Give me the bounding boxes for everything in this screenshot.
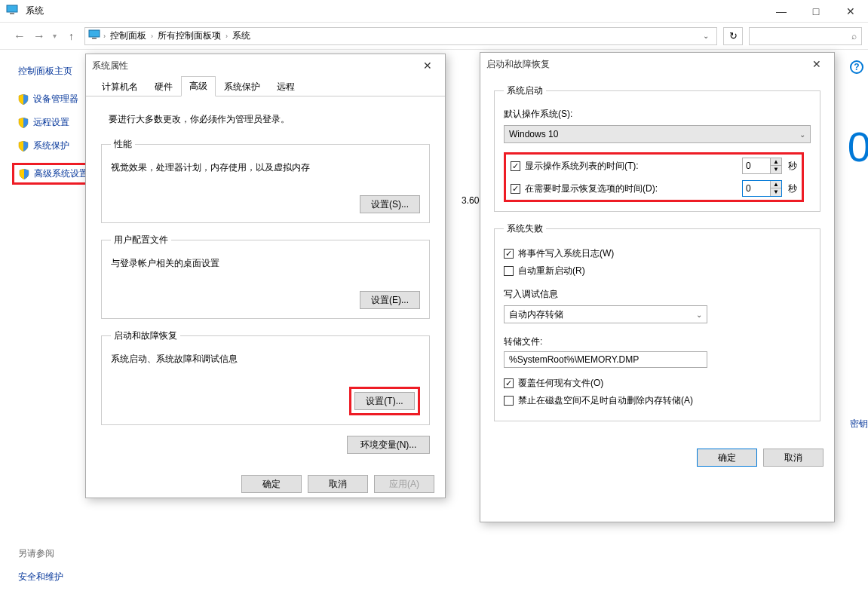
breadcrumb-crumb-2[interactable]: 所有控制面板项 <box>156 29 222 42</box>
dump-file-input[interactable]: %SystemRoot%\MEMORY.DMP <box>504 351 707 368</box>
breadcrumb[interactable]: › 控制面板 › 所有控制面板项 › 系统 ⌄ <box>84 27 717 45</box>
nav-bar: ← → ▾ ↑ › 控制面板 › 所有控制面板项 › 系统 ⌄ ↻ ⌕ <box>0 23 868 50</box>
user-profiles-group-desc: 与登录帐户相关的桌面设置 <box>111 257 420 270</box>
window-title-bar: 系统 — □ ✕ <box>0 0 868 23</box>
default-os-value: Windows 10 <box>509 129 558 139</box>
breadcrumb-crumb-1[interactable]: 控制面板 <box>109 29 148 42</box>
sidebar-item-label: 设备管理器 <box>33 93 78 106</box>
no-delete-low-space-checkbox[interactable] <box>504 396 514 406</box>
nav-forward[interactable]: → <box>33 29 45 43</box>
seconds-label: 秒 <box>788 160 797 173</box>
seconds-label: 秒 <box>788 182 797 195</box>
debug-info-label: 写入调试信息 <box>504 288 811 301</box>
ok-button[interactable]: 确定 <box>697 449 757 467</box>
apply-button[interactable]: 应用(A) <box>374 475 434 493</box>
breadcrumb-crumb-3[interactable]: 系统 <box>231 29 252 42</box>
shield-icon <box>18 118 29 128</box>
product-key-link-fragment[interactable]: 密钥 <box>850 418 868 430</box>
tab-remote[interactable]: 远程 <box>268 77 303 96</box>
app-icon <box>6 5 18 17</box>
breadcrumb-dropdown[interactable]: ⌄ <box>698 32 713 40</box>
tab-advanced[interactable]: 高级 <box>181 76 216 96</box>
startup-recovery-group-title: 启动和故障恢复 <box>111 329 180 342</box>
refresh-button[interactable]: ↻ <box>723 27 743 45</box>
breadcrumb-icon <box>88 29 100 42</box>
see-also-link-security[interactable]: 安全和维护 <box>18 571 63 583</box>
admin-required-text: 要进行大多数更改，你必须作为管理员登录。 <box>109 113 422 126</box>
svg-rect-3 <box>92 38 97 39</box>
spinner-up[interactable]: ▲ <box>771 158 781 166</box>
dialog-title: 系统属性 <box>92 60 128 72</box>
cancel-button[interactable]: 取消 <box>308 475 368 493</box>
sidebar-item-label: 系统保护 <box>33 139 69 152</box>
auto-restart-checkbox[interactable] <box>504 266 514 276</box>
sidebar-item-advanced-highlight: 高级系统设置 <box>12 163 95 185</box>
svg-rect-2 <box>89 30 100 37</box>
nav-up[interactable]: ↑ <box>64 30 78 42</box>
spinner-down[interactable]: ▼ <box>771 166 781 173</box>
windows-10-badge-fragment: 0 <box>848 122 868 171</box>
performance-group: 性能 视觉效果，处理器计划，内存使用，以及虚拟内存 设置(S)... <box>101 138 430 223</box>
close-button[interactable]: ✕ <box>833 0 868 23</box>
performance-settings-button[interactable]: 设置(S)... <box>360 195 420 213</box>
dump-file-label: 转储文件: <box>504 335 811 348</box>
dump-type-select[interactable]: 自动内存转储 ⌄ <box>504 305 707 323</box>
startup-recovery-settings-button[interactable]: 设置(T)... <box>354 392 415 410</box>
dump-type-value: 自动内存转储 <box>509 308 563 321</box>
show-os-list-label: 显示操作系统列表的时间(T): <box>525 160 639 173</box>
spinner-down[interactable]: ▼ <box>771 188 781 196</box>
window-title: 系统 <box>23 5 764 17</box>
ok-button[interactable]: 确定 <box>241 475 302 493</box>
dump-file-value: %SystemRoot%\MEMORY.DMP <box>509 354 639 365</box>
startup-recovery-group: 启动和故障恢复 系统启动、系统故障和调试信息 设置(T)... <box>101 329 430 425</box>
shield-icon <box>18 141 29 152</box>
environment-variables-button[interactable]: 环境变量(N)... <box>347 436 430 454</box>
see-also-section: 另请参阅 安全和维护 <box>18 547 63 583</box>
breadcrumb-sep: › <box>222 32 231 40</box>
show-recovery-time-input[interactable] <box>743 181 770 196</box>
tab-system-protection[interactable]: 系统保护 <box>216 77 268 96</box>
dialog-footer: 确定 取消 应用(A) <box>86 466 445 504</box>
time-options-highlight: 显示操作系统列表的时间(T): ▲ ▼ 秒 <box>504 152 804 202</box>
show-recovery-time-spinner[interactable]: ▲ ▼ <box>742 180 782 197</box>
spinner-up[interactable]: ▲ <box>771 181 781 188</box>
tab-computer-name[interactable]: 计算机名 <box>94 77 146 96</box>
write-event-log-checkbox[interactable] <box>504 249 514 259</box>
dialog-close-button[interactable]: ✕ <box>416 60 439 72</box>
overwrite-label: 覆盖任何现有文件(O) <box>518 377 603 390</box>
show-os-list-checkbox[interactable] <box>511 161 520 171</box>
svg-rect-0 <box>7 5 17 12</box>
system-properties-dialog: 系统属性 ✕ 计算机名 硬件 高级 系统保护 远程 要进行大多数更改，你必须作为… <box>85 54 446 498</box>
auto-restart-label: 自动重新启动(R) <box>518 265 585 277</box>
show-recovery-checkbox[interactable] <box>511 184 520 194</box>
overwrite-checkbox[interactable] <box>504 378 514 388</box>
nav-history-dropdown[interactable]: ▾ <box>53 32 57 40</box>
write-event-log-label: 将事件写入系统日志(W) <box>518 247 614 260</box>
default-os-select[interactable]: Windows 10 ⌄ <box>504 125 811 143</box>
no-delete-low-space-label: 禁止在磁盘空间不足时自动删除内存转储(A) <box>518 394 693 407</box>
dialog-footer: 确定 取消 <box>480 439 834 477</box>
svg-rect-1 <box>10 13 14 14</box>
performance-group-desc: 视觉效果，处理器计划，内存使用，以及虚拟内存 <box>111 161 420 174</box>
tab-hardware[interactable]: 硬件 <box>146 77 181 96</box>
cancel-button[interactable]: 取消 <box>763 449 824 467</box>
help-icon[interactable]: ? <box>850 60 863 74</box>
show-list-time-input[interactable] <box>743 158 770 173</box>
chevron-down-icon: ⌄ <box>696 311 702 319</box>
see-also-title: 另请参阅 <box>18 547 63 560</box>
performance-group-title: 性能 <box>111 138 135 151</box>
dialog-title-bar: 系统属性 ✕ <box>86 54 445 77</box>
user-profiles-settings-button[interactable]: 设置(E)... <box>360 291 420 309</box>
startup-recovery-dialog: 启动和故障恢复 ✕ 系统启动 默认操作系统(S): Windows 10 ⌄ 显… <box>480 52 835 522</box>
dialog-close-button[interactable]: ✕ <box>805 58 828 70</box>
search-input[interactable]: ⌕ <box>749 27 862 45</box>
minimize-button[interactable]: — <box>764 0 799 23</box>
nav-back[interactable]: ← <box>14 29 26 43</box>
show-list-time-spinner[interactable]: ▲ ▼ <box>742 158 782 174</box>
startup-settings-highlight: 设置(T)... <box>349 387 420 415</box>
dialog-title: 启动和故障恢复 <box>486 58 550 71</box>
sidebar-item-advanced-system-settings[interactable]: 高级系统设置 <box>19 167 88 180</box>
show-recovery-label: 在需要时显示恢复选项的时间(D): <box>525 182 658 195</box>
maximize-button[interactable]: □ <box>799 0 833 23</box>
tabs: 计算机名 硬件 高级 系统保护 远程 <box>86 77 445 96</box>
